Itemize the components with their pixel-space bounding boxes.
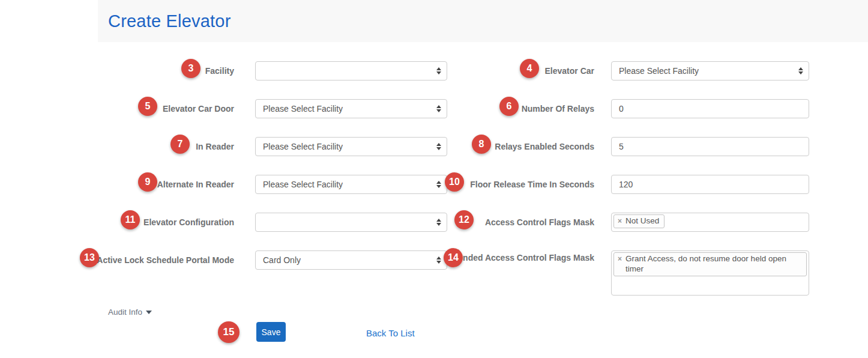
- selected-tag: × Not Used: [613, 214, 665, 228]
- step-badge-5: 5: [138, 97, 157, 116]
- active-lock-schedule-portal-mode-label: Active Lock Schedule Portal Mode: [84, 255, 234, 266]
- access-control-flags-mask-multiselect[interactable]: × Not Used: [611, 213, 809, 232]
- alternate-in-reader-select[interactable]: Please Select Facility: [255, 175, 447, 194]
- selected-tag: × Grant Access, do not resume door held …: [613, 252, 807, 276]
- select-arrows-icon: [436, 67, 441, 74]
- number-of-relays-label: Number Of Relays: [444, 104, 594, 115]
- extended-access-control-flags-mask-multiselect[interactable]: × Grant Access, do not resume door held …: [611, 250, 809, 296]
- back-to-list-link[interactable]: Back To List: [366, 328, 415, 338]
- active-lock-schedule-portal-mode-select-value: Card Only: [263, 255, 301, 265]
- elevator-configuration-select[interactable]: [255, 213, 447, 232]
- active-lock-schedule-portal-mode-select[interactable]: Card Only: [255, 250, 447, 270]
- in-reader-select[interactable]: Please Select Facility: [255, 137, 447, 156]
- in-reader-select-value: Please Select Facility: [263, 142, 343, 151]
- step-badge-8: 8: [472, 135, 491, 154]
- select-arrows-icon: [798, 67, 803, 74]
- selected-tag-label: Not Used: [625, 216, 659, 226]
- create-elevator-page: Create Elevator 3 Facility 4 Elevator Ca…: [0, 0, 868, 358]
- step-badge-15: 15: [218, 321, 240, 343]
- step-badge-13: 13: [80, 248, 99, 267]
- save-button[interactable]: Save: [256, 322, 286, 342]
- selected-tag-label: Grant Access, do not resume door held op…: [625, 254, 801, 275]
- step-badge-3: 3: [181, 59, 200, 78]
- floor-release-time-label: Floor Release Time In Seconds: [444, 180, 594, 190]
- elevator-car-select[interactable]: Please Select Facility: [611, 61, 809, 80]
- elevator-car-select-value: Please Select Facility: [619, 66, 699, 76]
- floor-release-time-input[interactable]: [611, 175, 809, 194]
- elevator-car-door-select-value: Please Select Facility: [263, 104, 343, 114]
- select-arrows-icon: [436, 181, 441, 188]
- in-reader-label: In Reader: [84, 142, 234, 153]
- step-badge-12: 12: [454, 210, 474, 229]
- facility-label: Facility: [84, 66, 234, 77]
- step-badge-9: 9: [138, 172, 157, 192]
- step-badge-11: 11: [121, 210, 140, 229]
- audit-info-toggle[interactable]: Audit Info: [108, 308, 152, 317]
- elevator-car-label: Elevator Car: [444, 66, 594, 77]
- relays-enabled-seconds-input[interactable]: [611, 137, 809, 156]
- relays-enabled-seconds-label: Relays Enabled Seconds: [444, 142, 594, 153]
- remove-tag-icon[interactable]: ×: [618, 217, 622, 226]
- facility-select[interactable]: [255, 61, 447, 80]
- step-badge-7: 7: [170, 135, 190, 154]
- caret-down-icon: [146, 311, 152, 314]
- remove-tag-icon[interactable]: ×: [618, 255, 622, 264]
- select-arrows-icon: [436, 219, 441, 226]
- step-badge-4: 4: [520, 59, 539, 78]
- elevator-car-door-label: Elevator Car Door: [84, 104, 234, 115]
- extended-access-control-flags-mask-label: Extended Access Control Flags Mask: [444, 253, 594, 264]
- step-badge-6: 6: [499, 97, 519, 116]
- audit-info-label: Audit Info: [108, 308, 142, 317]
- number-of-relays-input[interactable]: [611, 99, 809, 118]
- elevator-car-door-select[interactable]: Please Select Facility: [255, 99, 447, 118]
- select-arrows-icon: [436, 105, 441, 112]
- page-title: Create Elevator: [108, 11, 231, 31]
- page-header: Create Elevator: [98, 0, 868, 42]
- select-arrows-icon: [436, 256, 441, 264]
- step-badge-10: 10: [445, 172, 464, 192]
- step-badge-14: 14: [444, 248, 463, 267]
- alternate-in-reader-select-value: Please Select Facility: [263, 180, 343, 189]
- elevator-configuration-label: Elevator Configuration: [84, 217, 234, 228]
- alternate-in-reader-label: Alternate In Reader: [84, 180, 234, 190]
- select-arrows-icon: [436, 143, 441, 150]
